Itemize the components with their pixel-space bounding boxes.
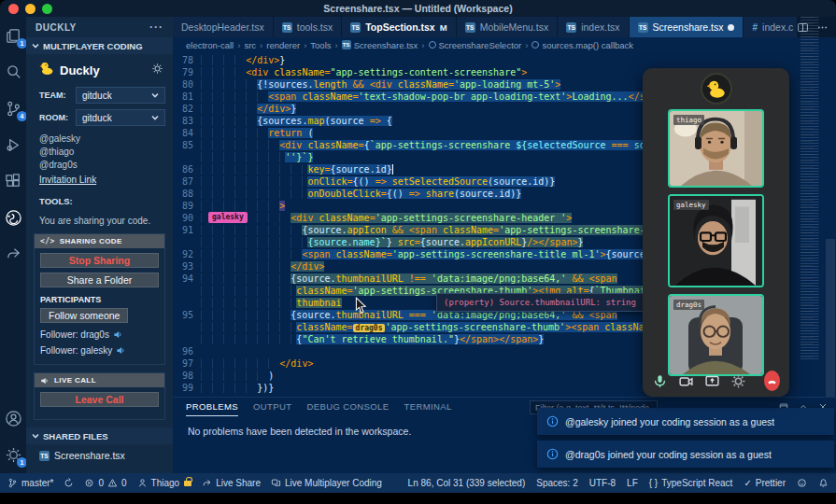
breadcrumb-item[interactable]: ScreenshareSelector (429, 40, 522, 50)
line-number[interactable]: 94 (173, 273, 201, 285)
line-number[interactable] (173, 151, 201, 163)
line-number[interactable]: 91 (173, 224, 201, 236)
live-share-icon[interactable] (2, 243, 24, 265)
line-number[interactable]: 81 (173, 91, 201, 103)
indentation-item[interactable]: Spaces: 2 (536, 478, 577, 488)
settings-gear-icon[interactable]: 1 (2, 443, 24, 466)
breadcrumb-item[interactable]: renderer (266, 40, 300, 50)
speaker-icon[interactable] (113, 329, 123, 340)
line-number[interactable] (173, 285, 201, 297)
line-number[interactable]: 96 (173, 345, 201, 357)
live-multiplayer-item[interactable]: Live Multiplayer Coding (271, 478, 382, 488)
call-settings-gear-icon[interactable] (730, 373, 746, 389)
line-number[interactable]: 78 (173, 54, 201, 66)
section-multiplayer-coding[interactable]: MULTIPLAYER CODING (26, 37, 173, 54)
line-number[interactable]: 79 (173, 66, 201, 78)
shared-file-item[interactable]: TSScreenshare.tsx (26, 444, 173, 467)
account-icon[interactable] (2, 407, 24, 429)
line-number[interactable]: 92 (173, 248, 201, 260)
editor-tab-TopSection.tsx[interactable]: TSTopSection.tsxM (342, 17, 456, 37)
editor-tab-MobileMenu.tsx[interactable]: TSMobileMenu.tsx (457, 17, 559, 37)
editor-tab-index.tsx[interactable]: TSindex.tsx (558, 17, 629, 37)
user-session-item[interactable]: Thiago (137, 478, 192, 488)
line-number[interactable]: 90 (173, 212, 201, 224)
sync-item[interactable] (64, 478, 74, 488)
panel-tab-problems[interactable]: PROBLEMS (186, 398, 238, 416)
explorer-icon[interactable]: 1 (2, 24, 24, 47)
line-number[interactable]: 86 (173, 163, 201, 175)
team-select[interactable]: gitduck (76, 87, 165, 104)
code-line-78[interactable]: 78 </div>} (173, 54, 836, 66)
line-number[interactable] (173, 236, 201, 248)
panel-tab-debug-console[interactable]: DEBUG CONSOLE (306, 398, 389, 416)
duckly-icon[interactable] (2, 206, 24, 229)
run-debug-icon[interactable] (2, 133, 24, 156)
line-number[interactable] (173, 297, 201, 309)
microphone-icon[interactable] (652, 373, 668, 389)
breadcrumb-item[interactable]: src (244, 40, 256, 50)
screen-share-icon[interactable] (704, 373, 720, 389)
line-number[interactable]: 80 (173, 78, 201, 91)
more-actions-icon[interactable]: ··· (149, 21, 163, 34)
eol-item[interactable]: LF (627, 478, 638, 488)
mention-item[interactable]: @thiago (39, 146, 160, 159)
notification-toast[interactable]: @drag0s joined your coding session as a … (537, 441, 834, 468)
end-call-button[interactable] (764, 371, 780, 391)
line-number[interactable]: 88 (173, 188, 201, 200)
formatter-item[interactable]: ✓Prettier (744, 478, 786, 488)
leave-call-button[interactable]: Leave Call (40, 392, 159, 407)
problems-item[interactable]: 0 0 (84, 478, 126, 488)
editor-tab-index.c[interactable]: #index.c (744, 17, 802, 37)
scrollbar-thumb[interactable] (826, 239, 835, 397)
breadcrumb-item[interactable]: TSScreenshare.tsx (342, 40, 418, 50)
line-number[interactable]: 84 (173, 127, 201, 139)
line-number[interactable] (173, 333, 201, 345)
line-number[interactable]: 98 (173, 370, 201, 382)
notification-toast[interactable]: @galesky joined your coding session as a… (537, 408, 834, 435)
line-number[interactable]: 95 (173, 309, 201, 321)
breadcrumb-item[interactable]: electron-call (186, 40, 234, 50)
editor-tab-DesktopHeader.tsx[interactable]: DesktopHeader.tsx (173, 17, 274, 37)
line-number[interactable]: 83 (173, 115, 201, 127)
minimap[interactable] (801, 17, 825, 361)
follow-someone-button[interactable]: Follow someone (40, 308, 128, 323)
line-number[interactable]: 97 (173, 357, 201, 370)
camera-icon[interactable] (678, 373, 694, 389)
breadcrumb-item[interactable]: sources.map() callback (531, 40, 633, 50)
notifications-bell-icon[interactable] (818, 478, 829, 488)
extensions-icon[interactable] (2, 170, 24, 192)
mention-item[interactable]: @drag0s (39, 159, 160, 172)
live-share-item[interactable]: Live Share (202, 478, 261, 488)
line-number[interactable] (173, 321, 201, 333)
share-folder-button[interactable]: Share a Folder (40, 273, 159, 287)
panel-tab-terminal[interactable]: TERMINAL (404, 398, 452, 416)
feedback-icon[interactable] (797, 478, 807, 488)
stop-sharing-button[interactable]: Stop Sharing (40, 253, 159, 268)
speaker-icon[interactable] (116, 345, 126, 356)
line-number[interactable]: 99 (173, 382, 201, 394)
line-number[interactable]: 82 (173, 103, 201, 115)
language-item[interactable]: { }TypeScript React (649, 478, 733, 488)
line-number[interactable]: 87 (173, 175, 201, 188)
line-number[interactable]: 85 (173, 139, 201, 151)
line-number[interactable]: 93 (173, 260, 201, 273)
room-select[interactable]: gitduck (76, 109, 165, 126)
section-shared-files[interactable]: SHARED FILES (26, 427, 173, 444)
panel-tab-output[interactable]: OUTPUT (253, 398, 291, 416)
video-tile-drag0s[interactable]: drag0s (668, 294, 764, 376)
breadcrumb-item[interactable]: Tools (310, 40, 331, 50)
video-tile-thiago[interactable]: thiago (668, 109, 764, 188)
source-control-icon[interactable]: 4 (2, 97, 24, 119)
search-icon[interactable] (2, 61, 24, 83)
encoding-item[interactable]: UTF-8 (589, 478, 616, 488)
editor-tab-tools.tsx[interactable]: TStools.tsx (274, 17, 343, 37)
editor-tab-Screenshare.tsx[interactable]: TSScreenshare.tsx (630, 17, 744, 37)
editor-scrollbar[interactable] (825, 52, 836, 397)
duckly-settings-gear-icon[interactable] (151, 62, 163, 78)
git-branch-item[interactable]: master* (7, 478, 53, 488)
video-tile-galesky[interactable]: galesky (668, 194, 764, 287)
line-number[interactable]: 89 (173, 200, 201, 212)
cursor-position-item[interactable]: Ln 86, Col 31 (339 selected) (408, 478, 526, 488)
invitation-link[interactable]: Invitation Link (26, 172, 173, 187)
mention-item[interactable]: @galesky (39, 133, 160, 146)
